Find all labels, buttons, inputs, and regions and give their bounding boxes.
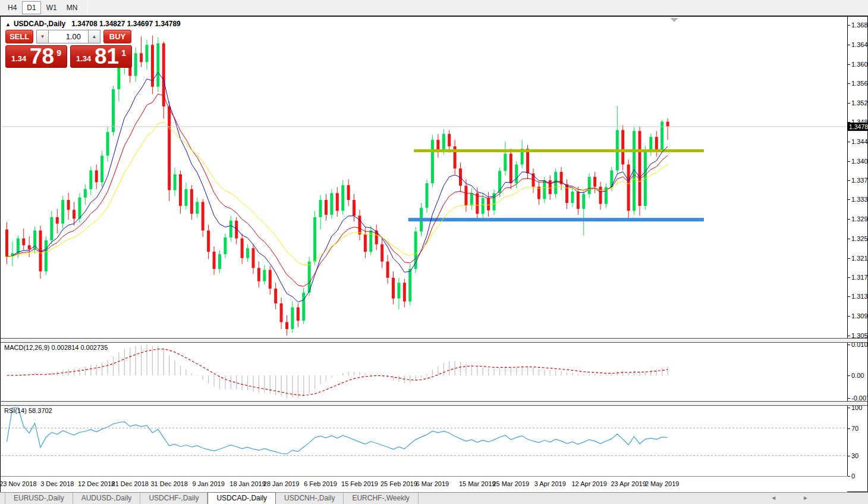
axis-tick-label: 1.32520 xyxy=(851,235,868,242)
buy-price-display[interactable]: 1.34 81 1 xyxy=(70,45,132,68)
chart-shift-marker-icon[interactable] xyxy=(670,18,678,22)
time-axis-label: 12 Apr 2019 xyxy=(572,480,607,487)
timeframe-tab-w1[interactable]: W1 xyxy=(42,2,61,14)
time-axis-label: 18 Jan 2019 xyxy=(229,480,266,487)
rsi-label: RSI(14) 58.3702 xyxy=(4,407,52,414)
pane-splitter[interactable] xyxy=(1,401,867,406)
sell-button[interactable]: SELL xyxy=(5,30,33,43)
axis-tick-mark xyxy=(848,316,850,317)
axis-tick-label: 1.33700 xyxy=(851,177,868,184)
tab-scroll-left-button[interactable]: ◄ xyxy=(770,494,776,501)
axis-tick-mark xyxy=(848,239,850,239)
axis-tick-label: 1.36460 xyxy=(851,41,868,48)
axis-tick-label: 1.31340 xyxy=(851,293,868,300)
sell-price-display[interactable]: 1.34 78 9 xyxy=(5,45,67,68)
timeframe-tab-mn[interactable]: MN xyxy=(62,2,82,14)
symbol-tab-eurusd-daily[interactable]: EURUSD-,Daily xyxy=(5,493,73,504)
horizontal-ray[interactable] xyxy=(408,218,704,221)
time-axis-label: 21 Dec 2018 xyxy=(112,480,149,487)
axis-tick-mark xyxy=(848,161,850,162)
time-axis-label: 3 Apr 2019 xyxy=(534,480,566,487)
pane-splitter[interactable] xyxy=(1,338,867,343)
buy-button[interactable]: BUY xyxy=(103,30,131,43)
axis-tick-label: 70 xyxy=(851,425,858,432)
volume-decrement-button[interactable]: ▼ xyxy=(36,30,49,43)
down-triangle-icon: ▼ xyxy=(40,34,45,39)
sell-price-prefix: 1.34 xyxy=(11,54,26,63)
axis-tick-label: 1.33310 xyxy=(851,196,868,203)
axis-tick-label: 1.35270 xyxy=(851,99,868,107)
time-axis-label: 9 Jan 2019 xyxy=(192,480,224,487)
axis-tick-mark xyxy=(848,180,850,181)
axis-tick-mark xyxy=(848,398,850,399)
chart-ohlc-values: 1.34708 1.34827 1.34697 1.34789 xyxy=(71,20,181,28)
time-axis-label: 6 Feb 2019 xyxy=(304,480,337,487)
time-axis-label: 3 Dec 2018 xyxy=(40,480,74,487)
axis-tick-mark xyxy=(848,25,850,26)
time-axis-label: 25 Mar 2019 xyxy=(492,480,529,487)
axis-tick-mark xyxy=(848,258,850,259)
up-triangle-icon: ▲ xyxy=(92,34,97,39)
axis-tick-label: 1.32120 xyxy=(851,255,868,262)
axis-tick-label: 0 xyxy=(851,472,855,480)
time-axis: 23 Nov 20183 Dec 201812 Dec 201821 Dec 2… xyxy=(1,477,847,492)
one-click-trade-panel: SELL ▼ ▲ BUY 1.34 78 9 1.34 81 1 xyxy=(5,30,133,68)
trading-platform-window: H4D1W1MN ▲USDCAD-,Daily1.34708 1.34827 1… xyxy=(0,0,868,504)
axis-tick-label: 1.34490 xyxy=(851,138,868,145)
axis-tick-mark xyxy=(848,199,850,200)
axis-tick-label: 1.31730 xyxy=(851,274,868,281)
axis-tick-mark xyxy=(848,83,850,84)
sell-price-main: 78 xyxy=(30,45,54,67)
horizontal-ray[interactable] xyxy=(414,149,704,152)
tab-scroll-right-button[interactable]: ► xyxy=(803,494,809,501)
symbol-tab-bar: EURUSD-,DailyAUDUSD-,DailyUSDCHF-,DailyU… xyxy=(0,492,868,504)
chart-symbol-label: USDCAD-,Daily xyxy=(14,20,65,28)
timeframe-bar: H4D1W1MN xyxy=(0,0,868,16)
symbol-tab-usdcnh-daily[interactable]: USDCNH-,Daily xyxy=(276,493,344,504)
axis-tick-mark xyxy=(848,45,850,45)
volume-input[interactable] xyxy=(49,30,88,43)
axis-tick-mark xyxy=(848,456,850,456)
toolbar-separator xyxy=(87,2,88,14)
axis-tick-label: 30 xyxy=(851,452,858,459)
symbol-tab-eurchf-weekly[interactable]: EURCHF-,Weekly xyxy=(344,493,418,504)
axis-tick-label: 1.30940 xyxy=(851,312,868,320)
time-axis-label: 23 Nov 2018 xyxy=(0,480,37,487)
axis-tick-mark xyxy=(848,345,850,345)
current-price-tag: 1.34789 xyxy=(848,123,868,131)
symbol-tab-audusd-daily[interactable]: AUDUSD-,Daily xyxy=(73,493,141,504)
macd-label: MACD(12,26,9) 0.002814 0.002735 xyxy=(4,344,108,351)
time-axis-label: 23 Apr 2019 xyxy=(611,480,646,487)
axis-tick-label: 1.34090 xyxy=(851,158,868,165)
buy-price-main: 81 xyxy=(95,45,119,67)
axis-tick-mark xyxy=(848,64,850,65)
axis-tick-label: 0.00 xyxy=(851,372,864,379)
time-axis-label: 15 Mar 2019 xyxy=(459,480,496,487)
rsi-value: 58.3702 xyxy=(29,407,52,414)
symbol-tab-usdchf-daily[interactable]: USDCHF-,Daily xyxy=(140,493,207,504)
axis-tick-mark xyxy=(848,103,850,104)
axis-tick-mark xyxy=(848,219,850,220)
axis-tick-mark xyxy=(848,277,850,278)
time-axis-label: 28 Jan 2019 xyxy=(263,480,300,487)
axis-tick-mark xyxy=(848,408,850,408)
symbol-tab-usdcad-daily[interactable]: USDCAD-,Daily xyxy=(207,492,276,504)
axis-tick-mark xyxy=(848,296,850,297)
price-chart-canvas[interactable] xyxy=(1,17,847,499)
volume-increment-button[interactable]: ▲ xyxy=(88,30,100,43)
time-axis-label: 12 Dec 2018 xyxy=(78,480,115,487)
axis-tick-mark xyxy=(848,375,850,376)
chart-area: ▲USDCAD-,Daily1.34708 1.34827 1.34697 1.… xyxy=(0,16,868,492)
timeframe-tab-h4[interactable]: H4 xyxy=(4,2,21,14)
axis-tick-mark xyxy=(848,428,850,429)
price-axis: 1.34789 1.368501.364601.360601.356701.35… xyxy=(847,17,867,476)
time-axis-label: 25 Feb 2019 xyxy=(380,480,417,487)
time-axis-label: 2 May 2019 xyxy=(645,480,679,487)
time-axis-label: 6 Mar 2019 xyxy=(416,480,449,487)
collapse-panel-icon[interactable]: ▲ xyxy=(5,21,11,27)
time-axis-label: 31 Dec 2018 xyxy=(150,480,187,487)
buy-price-pip: 1 xyxy=(121,48,126,58)
timeframe-tab-d1[interactable]: D1 xyxy=(22,1,40,14)
axis-tick-label: 1.36850 xyxy=(851,21,868,29)
sell-price-pip: 9 xyxy=(56,48,61,58)
